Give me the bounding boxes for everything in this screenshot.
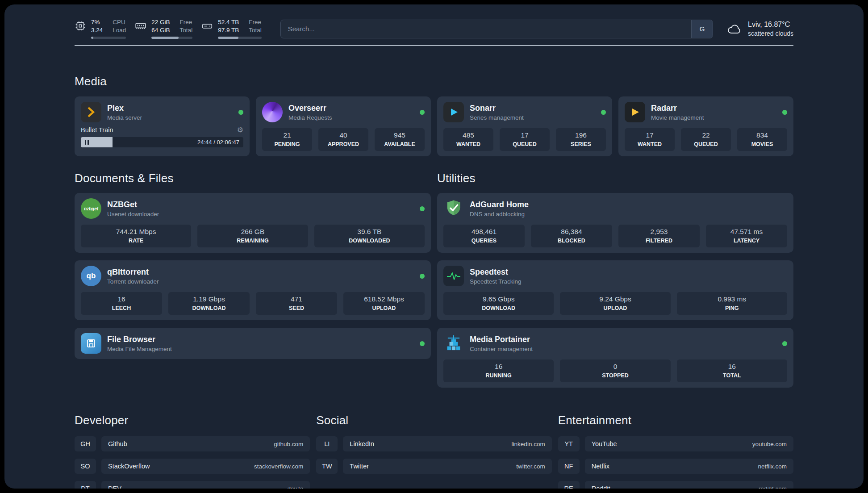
stat-value: 266 GB: [199, 228, 306, 236]
stat-label: DOWNLOAD: [170, 305, 248, 311]
app-card-speedtest[interactable]: Speedtest Speedtest Tracking 9.65 Gbps D…: [437, 260, 793, 320]
stat-value: 196: [558, 131, 604, 139]
twitter-abbr-tile[interactable]: TW: [316, 459, 338, 474]
reddit-link-tile[interactable]: Reddit reddit.com: [585, 481, 793, 489]
github-link-tile[interactable]: Github github.com: [101, 436, 310, 451]
link-stackoverflow: SO StackOverflow stackoverflow.com: [75, 459, 310, 474]
ram-free-label: Free: [180, 19, 193, 25]
link-url: netflix.com: [758, 463, 787, 470]
status-dot-online: [420, 206, 425, 211]
ram-total-label: Total: [180, 27, 193, 33]
search-input[interactable]: [281, 20, 691, 38]
stat-value: 744.21 Mbps: [83, 228, 189, 236]
nzbget-icon-text: nzbget: [84, 206, 98, 211]
gear-icon[interactable]: ⚙: [237, 126, 243, 134]
section-media: Media Plex Media server Bullet Train ⚙: [75, 75, 793, 156]
link-url: github.com: [274, 441, 303, 447]
stat-label: MOVIES: [739, 141, 785, 147]
stat-tile-wanted: 17 WANTED: [625, 128, 675, 151]
section-title-documents: Documents & Files: [75, 171, 431, 185]
stat-label: PENDING: [264, 141, 310, 147]
disk-free-label: Free: [249, 19, 262, 25]
stat-tile-download: 1.19 Gbps DOWNLOAD: [168, 292, 250, 315]
disk-total-value: 97.9 TB: [218, 27, 239, 33]
disk-total-label: Total: [249, 27, 262, 33]
pause-icon[interactable]: [85, 140, 89, 145]
app-card-radarr[interactable]: Radarr Movie management 17 WANTED 22 QUE…: [618, 96, 793, 156]
section-social: Social LI LinkedIn linkedin.com TW Twitt…: [316, 414, 551, 489]
app-card-portainer[interactable]: Media Portainer Container management 16 …: [437, 328, 793, 388]
stat-label: APPROVED: [320, 141, 367, 147]
app-name: Media Portainer: [470, 335, 533, 344]
link-name: StackOverflow: [108, 463, 150, 470]
stat-value: 39.6 TB: [316, 228, 423, 236]
app-subtitle: Media server: [107, 114, 142, 121]
disk-free-value: 52.4 TB: [218, 19, 239, 25]
speedtest-icon: [443, 266, 464, 286]
app-card-sonarr[interactable]: Sonarr Series management 485 WANTED 17 Q…: [437, 96, 612, 156]
weather-widget: Lviv, 16.87°C scattered clouds: [726, 21, 793, 37]
app-subtitle: Container management: [470, 346, 533, 352]
stat-label: QUEUED: [501, 141, 548, 147]
weather-condition: scattered clouds: [748, 30, 793, 37]
stat-label: REMAINING: [199, 238, 306, 244]
search-engine-button[interactable]: G: [691, 20, 713, 38]
stat-value: 498,461: [445, 228, 523, 236]
netflix-link-tile[interactable]: Netflix netflix.com: [585, 459, 793, 474]
section-title-developer: Developer: [75, 414, 310, 427]
cpu-label: CPU: [113, 19, 126, 25]
youtube-abbr-tile[interactable]: YT: [558, 436, 580, 451]
stat-tile-downloaded: 39.6 TB DOWNLOADED: [314, 225, 425, 247]
linkedin-abbr-tile[interactable]: LI: [316, 436, 338, 451]
github-abbr-tile[interactable]: GH: [75, 436, 96, 451]
stat-tile-queued: 17 QUEUED: [500, 128, 550, 151]
cpu-usage-widget: 7% 3.24 CPU Load: [75, 19, 126, 39]
link-reddit: RE Reddit reddit.com: [558, 481, 793, 489]
status-dot-online: [782, 341, 787, 346]
status-dot-online: [782, 110, 787, 115]
stat-label: BLOCKED: [533, 238, 610, 244]
app-card-overseerr[interactable]: Overseerr Media Requests 21 PENDING 40 A…: [256, 96, 431, 156]
stat-tile-ping: 0.993 ms PING: [677, 292, 787, 315]
playback-progress-bar[interactable]: 24:44 / 02:06:47: [81, 137, 243, 147]
link-name: Twitter: [350, 463, 369, 470]
stackoverflow-link-tile[interactable]: StackOverflow stackoverflow.com: [101, 459, 310, 474]
disk-icon: [201, 20, 213, 32]
link-github: GH Github github.com: [75, 436, 310, 451]
app-card-qbittorrent[interactable]: qb qBittorrent Torrent downloader 16 LEE…: [75, 260, 431, 320]
app-name: Overseerr: [288, 104, 332, 113]
app-card-filebrowser[interactable]: File Browser Media File Management: [75, 328, 431, 359]
app-card-adguard-home[interactable]: AdGuard Home DNS and adblocking 498,461 …: [437, 193, 793, 253]
ram-icon: [135, 20, 146, 32]
link-linkedin: LI LinkedIn linkedin.com: [316, 436, 551, 451]
linkedin-link-tile[interactable]: LinkedIn linkedin.com: [343, 436, 551, 451]
cloud-icon: [726, 23, 743, 35]
dev-link-tile[interactable]: DEV dev.to: [101, 481, 310, 489]
app-card-nzbget[interactable]: nzbget NZBGet Usenet downloader 744.21 M…: [75, 193, 431, 253]
netflix-abbr-tile[interactable]: NF: [558, 459, 580, 474]
app-name: Speedtest: [470, 267, 522, 277]
app-name: Plex: [107, 104, 142, 113]
link-url: linkedin.com: [512, 441, 545, 447]
stackoverflow-abbr-tile[interactable]: SO: [75, 459, 96, 474]
overseerr-icon: [262, 102, 283, 122]
status-dot-online: [601, 110, 606, 115]
stat-label: STOPPED: [562, 372, 668, 379]
app-subtitle: DNS and adblocking: [470, 211, 529, 217]
topbar: 7% 3.24 CPU Load 22 GiB: [75, 4, 793, 39]
stat-value: 9.65 Gbps: [445, 295, 552, 303]
section-title-utilities: Utilities: [437, 171, 793, 185]
twitter-link-tile[interactable]: Twitter twitter.com: [343, 459, 551, 474]
nzbget-icon: nzbget: [81, 198, 101, 219]
stat-tile-leech: 16 LEECH: [81, 292, 162, 315]
dev-abbr-tile[interactable]: DT: [75, 481, 96, 489]
stat-value: 21: [264, 131, 310, 139]
stat-tile-remaining: 266 GB REMAINING: [197, 225, 308, 247]
app-name: NZBGet: [107, 200, 159, 209]
youtube-link-tile[interactable]: YouTube youtube.com: [585, 436, 793, 451]
stat-value: 47.571 ms: [708, 228, 785, 236]
app-card-plex[interactable]: Plex Media server Bullet Train ⚙ 24:44 /…: [75, 96, 250, 156]
stat-label: TOTAL: [679, 372, 785, 379]
reddit-abbr-tile[interactable]: RE: [558, 481, 580, 489]
stat-label: FILTERED: [620, 238, 698, 244]
